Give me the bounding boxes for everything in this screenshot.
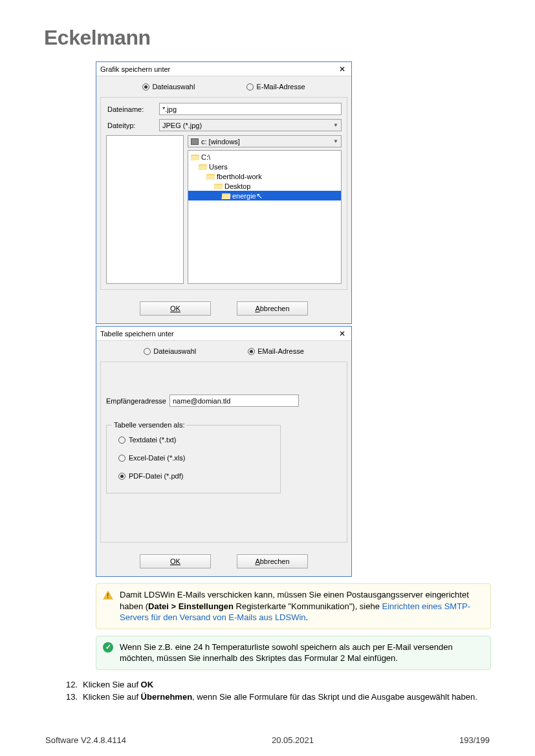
radio-label: Dateiauswahl (152, 83, 195, 91)
folder-open-icon (214, 183, 223, 189)
dialog-grafik-speichern: Grafik speichern unter ✕ Dateiauswahl E-… (96, 61, 352, 324)
drive-value: c: [windows] (201, 138, 240, 146)
tree-label: C:\ (201, 153, 210, 161)
radio2-email-adresse[interactable]: EMail-Adresse (248, 347, 304, 355)
radio-label: PDF-Datei (*.pdf) (129, 472, 183, 480)
radio-label: EMail-Adresse (257, 347, 304, 355)
file-list-left[interactable] (106, 135, 184, 284)
tree-node-fberthold[interactable]: fberthold-work (188, 171, 341, 181)
folder-open-icon (199, 164, 207, 170)
recipient-input[interactable] (169, 394, 299, 407)
list-item: 13. Klicken Sie auf Übernehmen, wenn Sie… (63, 691, 491, 704)
tree-node-users[interactable]: Users (188, 162, 341, 171)
text: , wenn Sie alle Formulare für das Skript… (192, 692, 477, 702)
tree-label: Desktop (224, 182, 250, 190)
dialog-tabelle-speichern: Tabelle speichern unter ✕ Dateiauswahl E… (96, 326, 352, 577)
filetype-label: Dateityp: (106, 122, 159, 129)
folder-open-icon (206, 173, 215, 180)
folder-open-icon (222, 193, 230, 199)
warning-icon (103, 590, 113, 600)
radio-icon (144, 348, 151, 355)
radio-txt[interactable]: Textdatei (*.txt) (118, 436, 272, 444)
text-bold: Datei > Einstellungen (148, 601, 234, 611)
btn-text-pre: A (255, 557, 259, 565)
dialog2-titlebar: Tabelle speichern unter ✕ (96, 327, 351, 341)
footer-version: Software V2.4.8.4114 (45, 735, 126, 745)
file-browser: c: [windows] ▼ C:\ Users (106, 135, 342, 284)
page-footer: Software V2.4.8.4114 20.05.2021 193/199 (44, 735, 491, 745)
chevron-down-icon: ▼ (333, 138, 338, 144)
dialog1-cancel-button[interactable]: Abbrechen (237, 301, 308, 316)
drive-select[interactable]: c: [windows] ▼ (188, 135, 342, 147)
tree-node-desktop[interactable]: Desktop (188, 181, 341, 191)
dialog1-body: Dateiname: Dateityp: JPEG (*.jpg) ▼ (100, 97, 347, 290)
chevron-down-icon: ▼ (333, 122, 338, 128)
radio-xls[interactable]: Excel-Datei (*.xls) (118, 454, 272, 462)
filetype-select[interactable]: JPEG (*.jpg) ▼ (159, 119, 342, 131)
footer-page: 193/199 (459, 735, 490, 745)
dialog2-cancel-button[interactable]: Abbrechen (237, 554, 308, 568)
dialog1-close-button[interactable]: ✕ (334, 63, 350, 75)
radio-icon (118, 437, 126, 444)
tree-node-c[interactable]: C:\ (188, 152, 341, 162)
dialog1-ok-button[interactable]: OK (140, 301, 211, 316)
radio-pdf[interactable]: PDF-Datei (*.pdf) (118, 472, 272, 480)
recipient-label: Empfängeradresse (106, 397, 169, 405)
dialog2-title: Tabelle speichern unter (100, 330, 334, 338)
radio-label: Dateiauswahl (153, 347, 196, 355)
instruction-list: 12. Klicken Sie auf OK 13. Klicken Sie a… (63, 679, 491, 704)
cursor-icon: ↖ (256, 191, 263, 200)
folder-open-icon (191, 154, 199, 160)
text: Klicken Sie auf (83, 692, 141, 702)
btn-text-pre: A (255, 305, 259, 312)
radio-icon (142, 83, 149, 91)
btn-text-rest: bbrechen (260, 557, 290, 565)
warning-note: Damit LDSWin E-Mails verschicken kann, m… (96, 583, 491, 629)
step-number: 12. (63, 679, 83, 691)
tree-node-energie-selected[interactable]: energie ↖ (188, 191, 341, 200)
info-note: ✓ Wenn Sie z.B. eine 24 h Temperaturlist… (96, 636, 491, 670)
radio-icon (246, 83, 254, 91)
radio-label: Textdatei (*.txt) (129, 436, 176, 444)
btn-text-rest: bbrechen (260, 305, 290, 312)
folder-tree[interactable]: C:\ Users fberthold-work (188, 150, 342, 284)
warning-text: Damit LDSWin E-Mails verschicken kann, m… (120, 589, 484, 623)
step-number: 13. (63, 691, 83, 704)
radio-icon (248, 348, 255, 355)
btn-text: OK (170, 557, 180, 565)
dialog1-mode-radios: Dateiauswahl E-Mail-Adresse (96, 76, 351, 97)
dialog2-mode-radios: Dateiauswahl EMail-Adresse (96, 341, 351, 362)
drive-icon (191, 138, 199, 145)
dialog1-title: Grafik speichern unter (100, 65, 334, 73)
radio-email-adresse[interactable]: E-Mail-Adresse (246, 83, 305, 91)
tree-label: fberthold-work (217, 173, 262, 180)
send-as-fieldset: Tabelle versenden als: Textdatei (*.txt)… (106, 425, 281, 493)
fieldset-legend: Tabelle versenden als: (112, 421, 186, 429)
btn-text: OK (170, 305, 180, 312)
dialog2-body: Empfängeradresse Tabelle versenden als: … (100, 362, 347, 543)
filename-label: Dateiname: (106, 105, 159, 113)
tree-label: energie (232, 192, 256, 200)
dialog2-ok-button[interactable]: OK (140, 554, 211, 568)
text-bold: Übernehmen (141, 692, 192, 702)
tree-label: Users (209, 163, 228, 171)
radio2-dateiauswahl[interactable]: Dateiauswahl (144, 347, 196, 355)
radio-icon (118, 473, 126, 480)
footer-date: 20.05.2021 (272, 735, 314, 745)
info-text: Wenn Sie z.B. eine 24 h Temperaturliste … (120, 642, 484, 664)
filetype-value: JPEG (*.jpg) (162, 122, 202, 129)
radio-dateiauswahl[interactable]: Dateiauswahl (142, 83, 195, 91)
text: Registerkarte "Kommunikation"), siehe (234, 601, 382, 611)
check-icon: ✓ (103, 642, 113, 653)
text: . (306, 612, 309, 622)
filename-input[interactable] (159, 103, 342, 115)
radio-label: E-Mail-Adresse (256, 83, 305, 91)
dialog2-close-button[interactable]: ✕ (334, 328, 350, 340)
brand-title: Eckelmann (44, 26, 491, 50)
radio-icon (118, 455, 126, 462)
text-bold: OK (141, 680, 154, 689)
text: Klicken Sie auf (83, 680, 141, 689)
radio-label: Excel-Datei (*.xls) (129, 454, 185, 462)
list-item: 12. Klicken Sie auf OK (63, 679, 491, 691)
dialog1-titlebar: Grafik speichern unter ✕ (96, 62, 351, 76)
